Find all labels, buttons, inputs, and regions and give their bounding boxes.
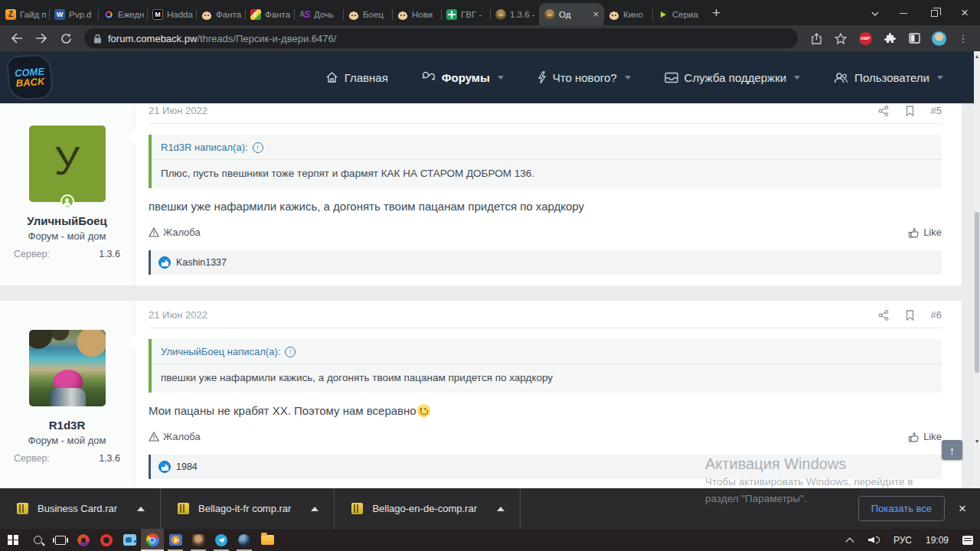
avatar[interactable] bbox=[29, 330, 106, 406]
nav-forums[interactable]: Форумы bbox=[422, 71, 504, 84]
reaction-user-link[interactable]: 1984 bbox=[176, 461, 198, 472]
eagle-favicon-icon bbox=[495, 9, 506, 20]
minimize-button[interactable] bbox=[888, 7, 919, 18]
restore-button[interactable] bbox=[919, 7, 949, 18]
like-button[interactable]: Like bbox=[908, 227, 942, 238]
language-indicator[interactable]: РУС bbox=[887, 529, 919, 551]
post-meta-row: 21 Июн 2022 #5 bbox=[149, 103, 942, 124]
tray-show-hidden-icons[interactable] bbox=[841, 529, 861, 551]
bookmark-post-icon[interactable] bbox=[906, 310, 914, 321]
taskbar-media-player[interactable] bbox=[164, 529, 187, 551]
browser-tab[interactable]: Сериа bbox=[652, 3, 701, 25]
extensions-puzzle-icon[interactable] bbox=[879, 28, 900, 49]
new-tab-button[interactable]: + bbox=[701, 3, 731, 25]
clock[interactable]: 19:09 bbox=[919, 529, 956, 551]
share-post-icon[interactable] bbox=[878, 310, 889, 321]
taskbar-chrome[interactable] bbox=[141, 529, 164, 551]
browser-menu-icon[interactable]: ⋮ bbox=[952, 28, 974, 49]
download-menu-chevron-icon[interactable] bbox=[311, 507, 318, 511]
like-button[interactable]: Like bbox=[908, 431, 942, 442]
quote-block: УличныйБоец написал(а): ↑ пвешки уже наф… bbox=[149, 339, 942, 393]
browser-tab[interactable]: Pvp.d bbox=[49, 3, 98, 25]
profile-avatar[interactable] bbox=[928, 28, 949, 49]
post-number-link[interactable]: #5 bbox=[931, 105, 942, 116]
browser-tab[interactable]: Кино bbox=[603, 3, 652, 25]
address-bar[interactable]: forum.comeback.pw/threads/Персик-и-двери… bbox=[84, 28, 798, 48]
browser-tab[interactable]: Ежедн bbox=[98, 3, 147, 25]
volume-button[interactable] bbox=[861, 529, 887, 551]
reaction-user-link[interactable]: Kashin1337 bbox=[176, 257, 227, 268]
browser-tab[interactable]: ГВГ - bbox=[441, 3, 490, 25]
browser-tab[interactable]: Фанта bbox=[196, 3, 245, 25]
download-menu-chevron-icon[interactable] bbox=[497, 507, 505, 511]
show-all-downloads-button[interactable]: Показать все bbox=[858, 496, 945, 521]
download-item[interactable]: Bellago-en-de-comp.rar bbox=[335, 488, 520, 529]
thumbs-up-icon bbox=[908, 227, 919, 238]
action-center-button[interactable] bbox=[956, 529, 980, 551]
browser-tab[interactable]: 1.3.6 - bbox=[490, 3, 539, 25]
logo-text: BACK bbox=[15, 77, 44, 89]
nav-support[interactable]: Служба поддержки bbox=[665, 71, 801, 84]
download-menu-chevron-icon[interactable] bbox=[137, 507, 145, 511]
file-explorer-icon bbox=[261, 535, 274, 545]
share-icon[interactable] bbox=[805, 28, 827, 49]
scrollbar-down-icon[interactable]: ▼ bbox=[974, 438, 980, 445]
jump-to-quote-icon[interactable]: ↑ bbox=[253, 142, 263, 153]
rar-file-icon bbox=[351, 503, 363, 514]
taskbar-file-explorer[interactable] bbox=[256, 529, 279, 551]
browser-tab[interactable]: Боец bbox=[343, 3, 392, 25]
scroll-to-top-button[interactable]: ↑ bbox=[942, 440, 962, 460]
taskbar-game[interactable] bbox=[187, 529, 210, 551]
close-shelf-icon[interactable]: × bbox=[959, 501, 966, 517]
reload-icon[interactable] bbox=[55, 28, 77, 49]
quote-author-link[interactable]: R1d3R написал(а): bbox=[161, 142, 248, 153]
taskbar-telegram[interactable] bbox=[210, 529, 233, 551]
tab-title: 1.3.6 - bbox=[510, 10, 536, 19]
report-link[interactable]: Жалоба bbox=[149, 227, 201, 238]
face-favicon-icon bbox=[201, 9, 212, 20]
forward-icon[interactable] bbox=[31, 28, 52, 49]
nav-home[interactable]: Главная bbox=[325, 71, 388, 84]
bookmark-post-icon[interactable] bbox=[906, 106, 914, 116]
browser-tab[interactable]: Гайд п bbox=[0, 3, 49, 25]
download-item[interactable]: Business Card.rar bbox=[0, 488, 160, 529]
quote-author-link[interactable]: УличныйБоец написал(а): bbox=[161, 346, 280, 357]
quote-block: R1d3R написал(а): ↑ Плюс, пусть пвешники… bbox=[149, 135, 942, 188]
scrollbar-up-icon[interactable]: ▲ bbox=[974, 53, 980, 60]
browser-tab[interactable]: Нови bbox=[392, 3, 441, 25]
tab-close-icon[interactable]: × bbox=[591, 9, 600, 19]
browser-tab-active[interactable]: Од× bbox=[539, 3, 603, 25]
username-link[interactable]: R1d3R bbox=[0, 419, 134, 432]
adblock-extension-icon[interactable]: ABP bbox=[854, 28, 876, 49]
taskbar-app-sphere[interactable] bbox=[233, 529, 256, 551]
taskbar-opera[interactable] bbox=[95, 529, 118, 551]
task-view-button[interactable] bbox=[49, 529, 72, 551]
taskbar-camera-app[interactable] bbox=[118, 529, 141, 551]
scrollbar-thumb[interactable] bbox=[975, 212, 979, 373]
start-button[interactable] bbox=[0, 529, 26, 551]
avatar[interactable]: У bbox=[29, 126, 106, 202]
browser-tab[interactable]: Фанта bbox=[245, 3, 294, 25]
download-item[interactable]: Bellago-it-fr comp.rar bbox=[161, 488, 334, 529]
tab-search-icon[interactable] bbox=[862, 7, 888, 18]
close-button[interactable]: × bbox=[949, 5, 980, 21]
report-link[interactable]: Жалоба bbox=[149, 431, 201, 442]
browser-tab[interactable]: Дочь bbox=[294, 3, 343, 25]
taskbar-search-button[interactable] bbox=[26, 529, 49, 551]
page-scrollbar[interactable]: ▲ ▼ bbox=[974, 51, 980, 488]
post-meta-row: 21 Июн 2022 #6 bbox=[149, 301, 942, 328]
post-number-link[interactable]: #6 bbox=[931, 309, 942, 321]
username-link[interactable]: УличныйБоец bbox=[0, 214, 134, 227]
nav-users[interactable]: Пользователи bbox=[834, 71, 943, 84]
face-favicon-icon bbox=[609, 9, 619, 20]
jump-to-quote-icon[interactable]: ↑ bbox=[285, 347, 296, 357]
bookmark-star-icon[interactable] bbox=[830, 28, 851, 49]
side-panel-icon[interactable] bbox=[903, 28, 925, 49]
back-icon[interactable] bbox=[6, 28, 28, 49]
nav-whats-new[interactable]: Что нового? bbox=[537, 71, 631, 84]
share-post-icon[interactable] bbox=[878, 106, 889, 116]
tab-title: Дочь bbox=[314, 10, 340, 19]
comeback-logo[interactable]: COME BACK bbox=[6, 54, 54, 101]
taskbar-opera-gx[interactable] bbox=[72, 529, 95, 551]
browser-tab[interactable]: Hadda bbox=[147, 3, 196, 25]
